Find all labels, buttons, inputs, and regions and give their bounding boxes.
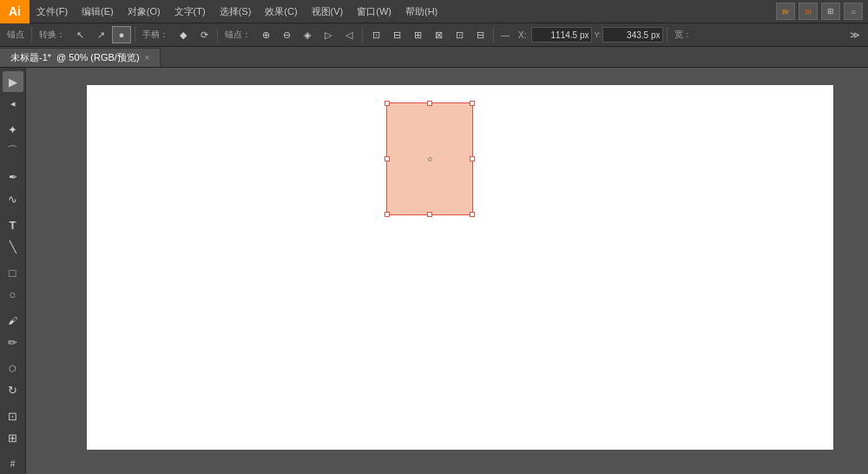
tool-eraser[interactable]: ⬡ xyxy=(3,358,23,379)
menu-edit[interactable]: 编辑(E) xyxy=(75,0,121,23)
handle-label: 手柄： xyxy=(139,29,172,41)
divider5 xyxy=(493,27,494,43)
tool-pencil[interactable]: ✏ xyxy=(3,332,23,352)
anchor-btn5[interactable]: ◁ xyxy=(339,26,358,43)
anchor-btn4[interactable]: ▷ xyxy=(319,26,338,43)
align-bottom[interactable]: ⊟ xyxy=(470,26,490,43)
anchor-btn3[interactable]: ◈ xyxy=(298,26,317,43)
menu-view[interactable]: 视图(V) xyxy=(305,0,351,23)
document-tab[interactable]: 未标题-1* @ 50% (RGB/预览) × xyxy=(0,48,161,67)
stock-icon[interactable]: St xyxy=(799,3,818,20)
y-input[interactable] xyxy=(602,27,663,43)
right-icons: Br St ⊞ ⌕ xyxy=(776,3,868,20)
tool-pen[interactable]: ✒ xyxy=(3,167,23,188)
tool-select[interactable]: ▶ xyxy=(3,71,23,92)
menu-text[interactable]: 文字(T) xyxy=(168,0,213,23)
tool-row-13: ⬡ xyxy=(3,358,23,379)
tab-info: @ 50% (RGB/预览) xyxy=(56,51,140,64)
anchor-btn1[interactable]: ⊕ xyxy=(256,26,275,43)
tool-row-16: ⊞ xyxy=(3,427,23,448)
tool-row-6: ∿ xyxy=(3,188,23,209)
handle-bl[interactable] xyxy=(385,212,390,217)
w-label: 宽： xyxy=(671,29,695,41)
divider2 xyxy=(135,27,135,43)
tool-row-15: ⊡ xyxy=(3,405,23,426)
anchor2-label: 锚点： xyxy=(221,29,254,41)
align-center-h[interactable]: ⊟ xyxy=(387,26,406,43)
tool-line[interactable]: ╲ xyxy=(3,236,23,257)
tool-mesh[interactable]: # xyxy=(3,453,23,474)
tool-ellipse[interactable]: ○ xyxy=(3,284,23,305)
transform-btn2[interactable]: ↗ xyxy=(91,26,110,43)
tool-magic-wand[interactable]: ✦ xyxy=(3,119,23,140)
tool-lasso[interactable]: ⌒ xyxy=(3,141,23,161)
tabbar: 未标题-1* @ 50% (RGB/预览) × xyxy=(0,47,868,68)
x-label2: X: xyxy=(515,30,529,40)
tab-title: 未标题-1* xyxy=(10,51,51,64)
handle-mr[interactable] xyxy=(470,156,475,161)
tool-row-8: ╲ xyxy=(3,236,23,257)
menu-window[interactable]: 窗口(W) xyxy=(350,0,398,23)
align-right[interactable]: ⊞ xyxy=(408,26,427,43)
bridge-icon[interactable]: Br xyxy=(776,3,795,20)
align-left[interactable]: ⊡ xyxy=(366,26,385,43)
tool-rect[interactable]: □ xyxy=(3,262,23,283)
anchor-label: 锚点 xyxy=(3,29,28,41)
more-options[interactable]: ≫ xyxy=(845,26,865,43)
toolbar: 锚点 转换： ↖ ↗ ● 手柄： ◆ ⟳ 锚点： ⊕ ⊖ ◈ ▷ ◁ ⊡ ⊟ ⊞… xyxy=(0,23,868,47)
transform-btn1[interactable]: ↖ xyxy=(70,26,89,43)
tab-close[interactable]: × xyxy=(145,53,150,63)
handle-br[interactable] xyxy=(470,212,475,217)
handle-btn2[interactable]: ⟳ xyxy=(194,26,214,43)
grid-icon[interactable]: ⊞ xyxy=(821,3,840,20)
canvas-area[interactable] xyxy=(26,68,868,474)
x-input-group: — X: Y: xyxy=(497,27,663,43)
tool-paintbrush[interactable]: 🖌 xyxy=(3,310,23,331)
tool-rotate[interactable]: ↻ xyxy=(3,379,23,400)
search-icon[interactable]: ⌕ xyxy=(844,3,863,20)
anchor-btn2[interactable]: ⊖ xyxy=(277,26,296,43)
tool-direct-select[interactable]: ◂ xyxy=(3,93,23,114)
menu-file[interactable]: 文件(F) xyxy=(30,0,75,23)
tool-row-3: ✦ xyxy=(3,119,23,140)
handle-tm[interactable] xyxy=(427,101,432,106)
tool-row-5: ✒ xyxy=(3,167,23,188)
y-label: Y: xyxy=(594,30,601,39)
handle-tr[interactable] xyxy=(470,101,475,106)
menubar: Ai 文件(F) 编辑(E) 对象(O) 文字(T) 选择(S) 效果(C) 视… xyxy=(0,0,868,23)
handle-btn1[interactable]: ◆ xyxy=(174,26,193,43)
selected-rectangle[interactable] xyxy=(386,102,473,215)
transform-btn3[interactable]: ● xyxy=(112,26,131,43)
tool-row-2: ◂ xyxy=(3,93,23,114)
menu-effect[interactable]: 效果(C) xyxy=(258,0,304,23)
divider1 xyxy=(31,27,32,43)
menu-items: 文件(F) 编辑(E) 对象(O) 文字(T) 选择(S) 效果(C) 视图(V… xyxy=(30,0,444,23)
menu-object[interactable]: 对象(O) xyxy=(121,0,168,23)
align-top[interactable]: ⊠ xyxy=(429,26,448,43)
tool-row-4: ⌒ xyxy=(3,141,23,161)
tool-type[interactable]: T xyxy=(3,214,23,235)
handle-ml[interactable] xyxy=(385,156,390,161)
handle-tl[interactable] xyxy=(385,101,390,106)
tool-perspective[interactable]: ⊞ xyxy=(3,427,23,448)
center-point xyxy=(428,157,432,161)
main-area: ▶ ◂ ✦ ⌒ ✒ ∿ T ╲ □ ○ xyxy=(0,68,868,474)
align-center-v[interactable]: ⊡ xyxy=(450,26,469,43)
divider6 xyxy=(667,27,667,43)
x-label: — xyxy=(497,30,513,40)
x-input[interactable] xyxy=(531,27,592,43)
tool-free-transform[interactable]: ⊡ xyxy=(3,405,23,426)
divider4 xyxy=(362,27,363,43)
tool-row-10: ○ xyxy=(3,284,23,305)
toolbox: ▶ ◂ ✦ ⌒ ✒ ∿ T ╲ □ ○ xyxy=(0,68,26,474)
tool-row-12: ✏ xyxy=(3,332,23,352)
handle-bm[interactable] xyxy=(427,212,432,217)
divider3 xyxy=(217,27,218,43)
transform-label: 转换： xyxy=(36,29,69,41)
tool-row-9: □ xyxy=(3,262,23,283)
menu-select[interactable]: 选择(S) xyxy=(213,0,259,23)
tool-row-7: T xyxy=(3,214,23,235)
tool-row-11: 🖌 xyxy=(3,310,23,331)
menu-help[interactable]: 帮助(H) xyxy=(398,0,444,23)
tool-curvature[interactable]: ∿ xyxy=(3,188,23,209)
